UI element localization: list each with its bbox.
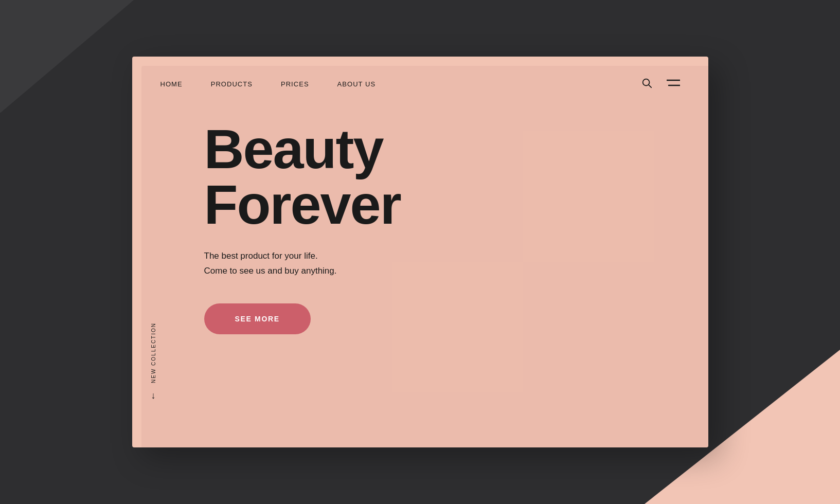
hero-title: Beauty Forever (204, 121, 708, 232)
nav-link-prices[interactable]: PRICES (281, 80, 309, 88)
nav-item-about[interactable]: ABOUT US (337, 79, 376, 88)
search-icon[interactable] (641, 77, 652, 91)
nav-icons (641, 77, 680, 91)
hero-subtitle: The best product for your life. Come to … (204, 249, 708, 279)
menu-icon[interactable] (667, 78, 680, 89)
navbar: HOME PRODUCTS PRICES ABOUT US (132, 57, 708, 91)
hero-title-line1: Beauty (204, 118, 383, 180)
side-label: NEW COLLECTION ↓ (151, 322, 156, 401)
nav-item-products[interactable]: PRODUCTS (211, 79, 253, 88)
hero-subtitle-line2: Come to see us and buy anything. (204, 266, 337, 276)
nav-item-home[interactable]: HOME (160, 79, 183, 88)
nav-item-prices[interactable]: PRICES (281, 79, 309, 88)
scroll-down-arrow[interactable]: ↓ (151, 390, 156, 401)
bg-triangle-topleft (0, 0, 134, 113)
see-more-button[interactable]: SEE MORE (204, 303, 311, 334)
hero-title-line2: Forever (204, 173, 401, 236)
hero-section: Beauty Forever The best product for your… (132, 91, 708, 334)
new-collection-label: NEW COLLECTION (151, 322, 156, 383)
nav-links: HOME PRODUCTS PRICES ABOUT US (160, 79, 376, 88)
svg-point-0 (642, 79, 649, 86)
hero-subtitle-line1: The best product for your life. (204, 251, 318, 261)
nav-link-home[interactable]: HOME (160, 80, 183, 88)
nav-link-products[interactable]: PRODUCTS (211, 80, 253, 88)
main-card: HOME PRODUCTS PRICES ABOUT US (132, 57, 708, 447)
svg-line-1 (649, 85, 651, 88)
nav-link-about[interactable]: ABOUT US (337, 80, 376, 88)
